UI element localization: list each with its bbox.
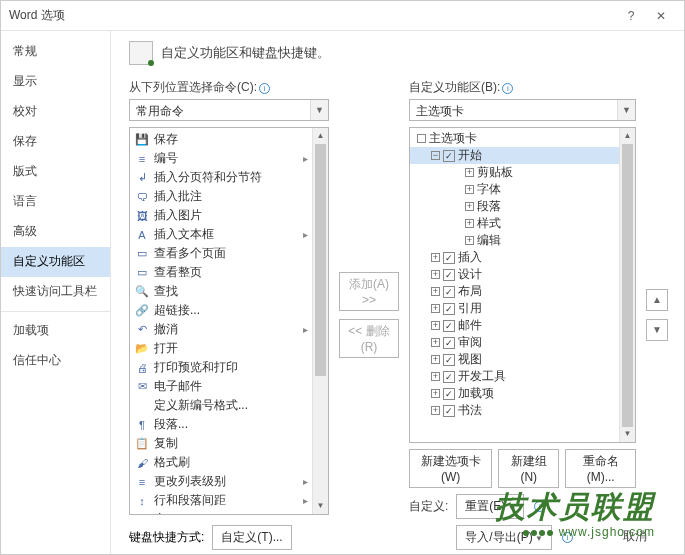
tree-row[interactable]: +✓设计: [410, 266, 619, 283]
expander-icon[interactable]: +: [465, 202, 474, 211]
list-item[interactable]: ✉电子邮件: [130, 377, 312, 396]
sidebar-item[interactable]: 信任中心: [1, 346, 110, 376]
sidebar-item[interactable]: 高级: [1, 217, 110, 247]
expander-icon[interactable]: +: [431, 287, 440, 296]
ribbon-tree[interactable]: 主选项卡−✓开始+剪贴板+字体+段落+样式+编辑+✓插入+✓设计+✓布局+✓引用…: [409, 127, 636, 443]
list-item[interactable]: 💾保存: [130, 130, 312, 149]
info-icon[interactable]: i: [259, 83, 270, 94]
info-icon[interactable]: i: [534, 501, 545, 512]
checkbox[interactable]: ✓: [443, 269, 455, 281]
move-up-button[interactable]: ▲: [646, 289, 668, 311]
checkbox[interactable]: ✓: [443, 150, 455, 162]
tree-row[interactable]: +编辑: [410, 232, 619, 249]
tree-row[interactable]: +样式: [410, 215, 619, 232]
add-button[interactable]: 添加(A) >>: [339, 272, 399, 311]
list-item[interactable]: ▭查看多个页面: [130, 244, 312, 263]
checkbox[interactable]: ✓: [443, 337, 455, 349]
sidebar-item[interactable]: 自定义功能区: [1, 247, 110, 277]
checkbox[interactable]: ✓: [443, 371, 455, 383]
new-tab-button[interactable]: 新建选项卡(W): [409, 449, 492, 488]
expander-icon[interactable]: +: [465, 185, 474, 194]
list-item[interactable]: 🗨插入批注: [130, 187, 312, 206]
scroll-down-icon[interactable]: ▼: [313, 498, 328, 514]
checkbox[interactable]: ✓: [443, 388, 455, 400]
list-item[interactable]: 🖌格式刷: [130, 453, 312, 472]
tree-row[interactable]: −✓开始: [410, 147, 619, 164]
tree-row[interactable]: +✓审阅: [410, 334, 619, 351]
list-item[interactable]: 定义新编号格式...: [130, 396, 312, 415]
rename-button[interactable]: 重命名(M)...: [565, 449, 636, 488]
cancel-button[interactable]: 取消: [623, 528, 647, 545]
sidebar-item[interactable]: 语言: [1, 187, 110, 217]
expander-icon[interactable]: +: [431, 253, 440, 262]
list-item[interactable]: 📋复制: [130, 434, 312, 453]
close-button[interactable]: ✕: [646, 9, 676, 23]
checkbox[interactable]: ✓: [443, 303, 455, 315]
list-item[interactable]: 🔗超链接...: [130, 301, 312, 320]
sidebar-item[interactable]: 加载项: [1, 316, 110, 346]
sidebar-item[interactable]: 快速访问工具栏: [1, 277, 110, 307]
expander-icon[interactable]: +: [431, 355, 440, 364]
tree-row[interactable]: 主选项卡: [410, 130, 619, 147]
tree-row[interactable]: +✓插入: [410, 249, 619, 266]
expander-icon[interactable]: +: [431, 338, 440, 347]
tree-row[interactable]: +✓开发工具: [410, 368, 619, 385]
new-group-button[interactable]: 新建组(N): [498, 449, 559, 488]
tree-row[interactable]: +✓邮件: [410, 317, 619, 334]
expander-icon[interactable]: +: [465, 219, 474, 228]
info-icon[interactable]: i: [502, 83, 513, 94]
scrollbar[interactable]: ▲ ▼: [312, 128, 328, 514]
sidebar-item[interactable]: 校对: [1, 97, 110, 127]
scroll-thumb[interactable]: [622, 144, 633, 427]
scroll-thumb[interactable]: [315, 144, 326, 376]
expander-icon[interactable]: [417, 134, 426, 143]
list-item[interactable]: A插入文本框▸: [130, 225, 312, 244]
tree-row[interactable]: +剪贴板: [410, 164, 619, 181]
checkbox[interactable]: ✓: [443, 252, 455, 264]
list-item[interactable]: ↶撤消▸: [130, 320, 312, 339]
scrollbar[interactable]: ▲ ▼: [619, 128, 635, 442]
tree-row[interactable]: +✓布局: [410, 283, 619, 300]
checkbox[interactable]: ✓: [443, 320, 455, 332]
sidebar-item[interactable]: 显示: [1, 67, 110, 97]
checkbox[interactable]: ✓: [443, 405, 455, 417]
tree-row[interactable]: +段落: [410, 198, 619, 215]
tree-row[interactable]: +字体: [410, 181, 619, 198]
expander-icon[interactable]: +: [431, 304, 440, 313]
expander-icon[interactable]: +: [431, 389, 440, 398]
choose-from-combo[interactable]: 常用命令 ▼: [129, 99, 329, 121]
info-icon[interactable]: i: [562, 532, 573, 543]
list-item[interactable]: ▶宏▸: [130, 510, 312, 514]
remove-button[interactable]: << 删除(R): [339, 319, 399, 358]
scroll-down-icon[interactable]: ▼: [620, 426, 635, 442]
list-item[interactable]: 📂打开: [130, 339, 312, 358]
expander-icon[interactable]: +: [431, 406, 440, 415]
move-down-button[interactable]: ▼: [646, 319, 668, 341]
commands-list[interactable]: 💾保存≡编号▸↲插入分页符和分节符🗨插入批注🖼插入图片A插入文本框▸▭查看多个页…: [129, 127, 329, 515]
list-item[interactable]: ↕行和段落间距▸: [130, 491, 312, 510]
list-item[interactable]: ↲插入分页符和分节符: [130, 168, 312, 187]
list-item[interactable]: ≡编号▸: [130, 149, 312, 168]
customize-ribbon-combo[interactable]: 主选项卡 ▼: [409, 99, 636, 121]
scroll-up-icon[interactable]: ▲: [620, 128, 635, 144]
expander-icon[interactable]: +: [465, 236, 474, 245]
list-item[interactable]: 🖨打印预览和打印: [130, 358, 312, 377]
tree-row[interactable]: +✓加载项: [410, 385, 619, 402]
tree-row[interactable]: +✓书法: [410, 402, 619, 419]
import-export-button[interactable]: 导入/导出(P): [456, 525, 551, 550]
expander-icon[interactable]: +: [431, 372, 440, 381]
scroll-up-icon[interactable]: ▲: [313, 128, 328, 144]
expander-icon[interactable]: −: [431, 151, 440, 160]
list-item[interactable]: ▭查看整页: [130, 263, 312, 282]
help-button[interactable]: ?: [616, 9, 646, 23]
expander-icon[interactable]: +: [431, 270, 440, 279]
reset-button[interactable]: 重置(E): [456, 494, 524, 519]
tree-row[interactable]: +✓引用: [410, 300, 619, 317]
sidebar-item[interactable]: 版式: [1, 157, 110, 187]
keyboard-customize-button[interactable]: 自定义(T)...: [212, 525, 291, 550]
list-item[interactable]: 🔍查找: [130, 282, 312, 301]
expander-icon[interactable]: +: [465, 168, 474, 177]
tree-row[interactable]: +✓视图: [410, 351, 619, 368]
list-item[interactable]: 🖼插入图片: [130, 206, 312, 225]
list-item[interactable]: ¶段落...: [130, 415, 312, 434]
